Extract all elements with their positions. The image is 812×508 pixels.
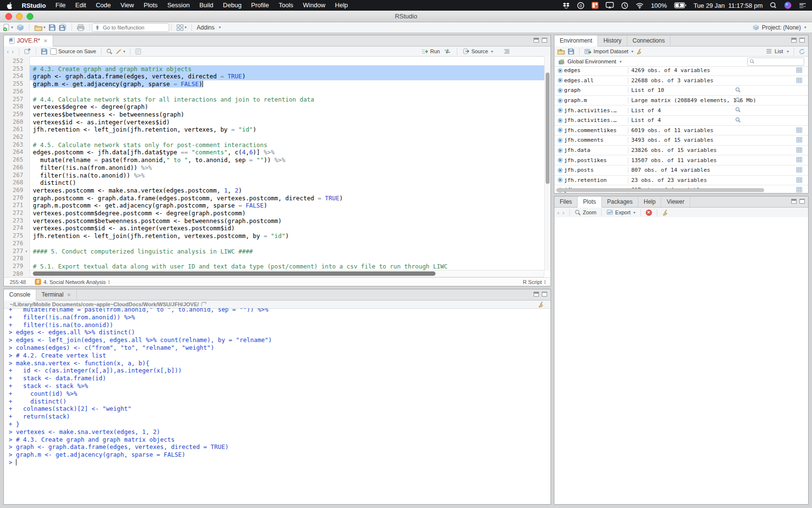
view-table-icon[interactable]	[796, 67, 802, 73]
view-table-icon[interactable]	[796, 167, 802, 173]
clear-environment-icon[interactable]	[636, 48, 643, 55]
expand-object-icon[interactable]	[557, 98, 564, 104]
menu-item-profile[interactable]: Profile	[246, 0, 274, 11]
print-button[interactable]	[77, 24, 85, 31]
menu-item-file[interactable]: File	[51, 0, 71, 11]
new-file-button[interactable]: ▾	[3, 24, 13, 31]
code-tools-icon[interactable]: ▾	[116, 48, 125, 55]
apple-menu-icon[interactable]	[0, 2, 17, 9]
tab-environment[interactable]: Environment	[554, 35, 598, 46]
environment-row-graph[interactable]: graphList of 10	[554, 86, 808, 96]
inspect-object-icon[interactable]	[735, 117, 741, 123]
minimize-window-button[interactable]	[16, 13, 23, 20]
view-table-icon[interactable]	[796, 157, 802, 163]
siri-icon[interactable]	[784, 1, 792, 9]
editor-horizontal-scrollbar[interactable]	[29, 270, 544, 277]
pane-layout-button[interactable]: ▾	[176, 24, 187, 31]
menu-item-tools[interactable]: Tools	[274, 0, 298, 11]
checkbox-icon[interactable]	[50, 48, 57, 55]
code-editor[interactable]: 252 253# 4.3. Create graph and graph mat…	[4, 56, 551, 278]
save-button[interactable]	[49, 24, 56, 31]
import-dataset-button[interactable]: Import Dataset▾	[584, 48, 633, 55]
environment-row-jfh.comments[interactable]: jfh.comments3493 obs. of 15 variables	[554, 135, 808, 146]
menu-item-edit[interactable]: Edit	[71, 0, 91, 11]
view-table-icon[interactable]	[796, 77, 802, 83]
forward-icon[interactable]: ›	[12, 48, 14, 55]
minimize-pane-icon[interactable]	[791, 38, 797, 43]
close-tab-icon[interactable]: ✕	[44, 38, 47, 44]
export-plot-button[interactable]: Export▾	[607, 209, 636, 215]
environment-row-jfh.retention[interactable]: jfh.retention23 obs. of 23 variables	[554, 176, 808, 186]
tab-terminal[interactable]: Terminal✕	[36, 289, 77, 300]
inspect-object-icon[interactable]	[735, 87, 741, 93]
goto-file-function-input[interactable]	[102, 24, 161, 31]
view-table-icon[interactable]	[796, 147, 802, 153]
open-file-button[interactable]: ▾	[34, 24, 45, 31]
expand-object-icon[interactable]	[557, 137, 564, 143]
tab-files[interactable]: Files	[554, 196, 578, 207]
rerun-icon[interactable]	[444, 48, 451, 54]
minimize-pane-icon[interactable]	[534, 38, 539, 43]
time-machine-icon[interactable]	[621, 2, 628, 9]
clear-all-plots-icon[interactable]	[662, 209, 669, 216]
menu-item-help[interactable]: Help	[330, 0, 353, 11]
refresh-icon[interactable]	[799, 48, 805, 55]
save-doc-icon[interactable]	[41, 48, 47, 55]
view-table-icon[interactable]	[796, 177, 802, 183]
view-table-icon[interactable]	[796, 187, 802, 193]
editor-hscroll-thumb[interactable]	[33, 271, 435, 276]
tab-connections[interactable]: Connections	[627, 35, 671, 46]
expand-object-icon[interactable]	[557, 148, 564, 153]
expand-object-icon[interactable]	[557, 118, 564, 123]
find-replace-icon[interactable]	[106, 48, 113, 55]
menubar-app-name[interactable]: RStudio	[17, 2, 51, 9]
environment-row-jfh.commentlikes[interactable]: jfh.commentlikes6019 obs. of 11 variable…	[554, 126, 808, 136]
environment-search-box[interactable]	[747, 58, 804, 66]
environment-row-graph.m[interactable]: graph.mLarge matrix (208849 elements, 1.…	[554, 96, 808, 106]
expand-object-icon[interactable]	[557, 157, 564, 163]
section-selector[interactable]: 4. Social Network Analysis	[44, 279, 106, 285]
remove-plot-button[interactable]: ✕	[646, 209, 652, 216]
wifi-icon[interactable]	[636, 2, 644, 9]
inspect-object-icon[interactable]	[735, 97, 741, 103]
popout-window-icon[interactable]	[24, 48, 31, 54]
maximize-pane-icon[interactable]	[542, 38, 547, 43]
expand-object-icon[interactable]	[557, 177, 564, 183]
console-output[interactable]: + mutate(relname = paste(from.anonid," t…	[4, 308, 551, 504]
open-directory-icon[interactable]	[201, 302, 207, 307]
save-all-button[interactable]	[59, 24, 67, 31]
maximize-pane-icon[interactable]	[542, 292, 547, 297]
expand-object-icon[interactable]	[557, 77, 564, 83]
editor-vertical-scrollbar[interactable]	[544, 56, 551, 271]
zoom-plot-button[interactable]: Zoom	[575, 209, 596, 216]
environment-row-jfh.activities.[interactable]: jfh.activities.…List of 4	[554, 105, 808, 116]
previous-plot-icon[interactable]: ‹	[557, 209, 559, 216]
expand-object-icon[interactable]	[557, 88, 564, 93]
editor-tab-jove[interactable]: R JOVE.R* ✕	[4, 35, 53, 46]
fold-marker-icon[interactable]: ▾	[23, 248, 29, 255]
project-selector[interactable]: Project: (None)▾	[753, 24, 812, 31]
environment-row-jfh.postlikes[interactable]: jfh.postlikes13507 obs. of 11 variables	[554, 155, 808, 165]
addins-menu[interactable]: Addins▾	[194, 24, 224, 31]
save-workspace-icon[interactable]	[568, 48, 574, 55]
view-table-icon[interactable]	[796, 137, 802, 143]
editor-vscroll-thumb[interactable]	[546, 73, 550, 184]
document-outline-icon[interactable]	[504, 49, 510, 54]
tab-console[interactable]: Console	[4, 289, 36, 300]
zoom-window-button[interactable]	[27, 13, 33, 20]
goto-file-function-box[interactable]	[92, 23, 169, 32]
dropbox-icon[interactable]	[563, 2, 570, 9]
menu-item-session[interactable]: Session	[162, 0, 194, 11]
airplay-display-icon[interactable]	[606, 2, 614, 9]
menubar-clock[interactable]: Tue 29 Jan 11:17:58 pm	[694, 2, 763, 9]
compile-report-icon[interactable]	[135, 48, 141, 55]
environment-hscroll-thumb[interactable]	[556, 188, 764, 192]
environment-row-jfh.data[interactable]: jfh.data23826 obs. of 15 variables	[554, 146, 808, 156]
environment-search-input[interactable]	[756, 59, 799, 65]
menu-item-debug[interactable]: Debug	[218, 0, 246, 11]
environment-row-jfh.activities.[interactable]: jfh.activities.…List of 4	[554, 116, 808, 126]
run-button[interactable]: Run	[421, 48, 440, 54]
menu-item-window[interactable]: Window	[298, 0, 330, 11]
expand-object-icon[interactable]	[557, 68, 564, 74]
environment-row-jfh.posts[interactable]: jfh.posts807 obs. of 14 variables	[554, 165, 808, 176]
